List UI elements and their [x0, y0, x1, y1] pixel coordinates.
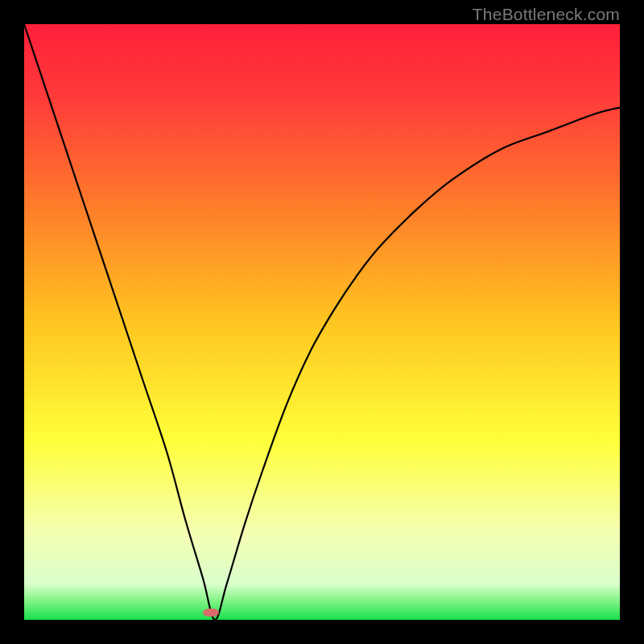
chart-frame — [24, 24, 620, 620]
gradient-rect — [24, 24, 620, 620]
watermark-text: TheBottleneck.com — [473, 5, 620, 24]
chart-plot — [24, 24, 620, 620]
optimal-point-marker — [203, 609, 219, 617]
